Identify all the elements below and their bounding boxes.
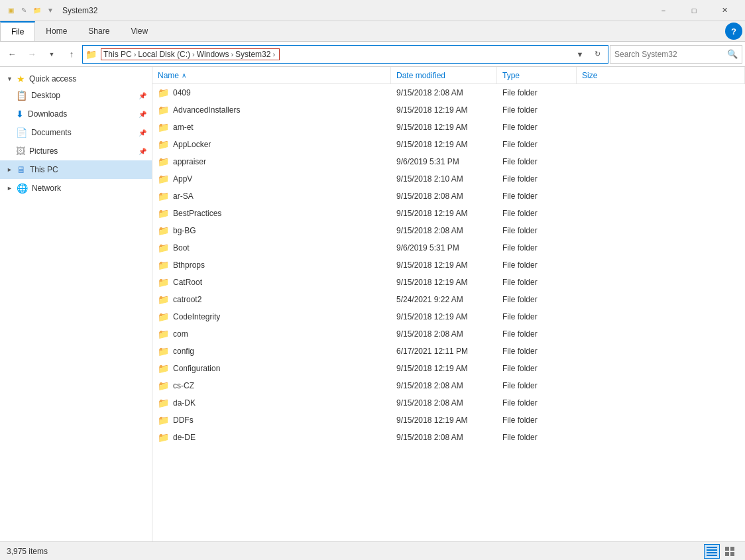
file-date-cell: 9/15/2018 12:19 AM <box>391 312 497 321</box>
table-row[interactable]: 📁 Boot 9/6/2019 5:31 PM File folder <box>152 239 745 256</box>
pictures-icon: 🖼 <box>16 146 25 156</box>
window-controls: − □ ✕ <box>648 0 740 21</box>
details-view-icon <box>707 547 717 556</box>
file-name-cell: 📁 AdvancedInstallers <box>152 105 391 115</box>
file-type-cell: File folder <box>497 157 577 166</box>
table-row[interactable]: 📁 de-DE 9/15/2018 2:08 AM File folder <box>152 429 745 446</box>
svg-rect-0 <box>707 547 717 548</box>
table-row[interactable]: 📁 BestPractices 9/15/2018 12:19 AM File … <box>152 205 745 222</box>
file-name-text: DDFs <box>173 416 194 425</box>
sidebar-item-pictures[interactable]: 🖼 Pictures 📌 <box>0 142 152 160</box>
breadcrumb-windows[interactable]: Windows <box>197 50 229 59</box>
file-name-text: ar-SA <box>173 192 194 201</box>
sidebar-desktop-label: Desktop <box>31 91 60 100</box>
quick-access-header[interactable]: ▼ ★ Quick access <box>0 70 152 86</box>
table-row[interactable]: 📁 Configuration 9/15/2018 12:19 AM File … <box>152 360 745 377</box>
ribbon-tabs: File Home Share View ? <box>0 21 745 41</box>
tab-share[interactable]: Share <box>78 21 120 41</box>
file-name-cell: 📁 AppLocker <box>152 139 391 150</box>
file-name-text: AdvancedInstallers <box>173 105 240 115</box>
address-dropdown-button[interactable]: ▼ <box>572 46 588 62</box>
col-header-type[interactable]: Type <box>497 67 577 84</box>
file-name-text: de-DE <box>173 433 196 442</box>
back-button[interactable]: ← <box>3 45 21 64</box>
sidebar-item-thispc[interactable]: ► 🖥 This PC <box>0 160 152 179</box>
details-view-button[interactable] <box>704 544 720 559</box>
table-row[interactable]: 📁 catroot2 5/24/2021 9:22 AM File folder <box>152 291 745 308</box>
file-name-cell: 📁 bg-BG <box>152 225 391 236</box>
star-icon: ★ <box>17 74 25 84</box>
large-icons-view-button[interactable] <box>722 544 738 559</box>
folder-icon: 📁 <box>158 105 169 115</box>
table-row[interactable]: 📁 AppLocker 9/15/2018 12:19 AM File fold… <box>152 136 745 153</box>
folder-icon: 📁 <box>158 87 169 98</box>
file-name-cell: 📁 cs-CZ <box>152 380 391 391</box>
file-name-cell: 📁 ar-SA <box>152 191 391 201</box>
table-row[interactable]: 📁 AdvancedInstallers 9/15/2018 12:19 AM … <box>152 101 745 119</box>
pin-icon-downloads: 📌 <box>139 111 146 118</box>
table-row[interactable]: 📁 CodeIntegrity 9/15/2018 12:19 AM File … <box>152 308 745 325</box>
search-icon: 🔍 <box>727 49 738 59</box>
col-header-date[interactable]: Date modified <box>391 67 497 84</box>
col-header-size[interactable]: Size <box>577 67 745 84</box>
file-name-cell: 📁 DDFs <box>152 415 391 425</box>
folder-icon: 📁 <box>158 243 169 253</box>
maximize-button[interactable]: □ <box>679 0 709 21</box>
tab-view[interactable]: View <box>120 21 158 41</box>
file-name-text: cs-CZ <box>173 381 194 390</box>
file-name-cell: 📁 appraiser <box>152 156 391 167</box>
search-box[interactable]: 🔍 <box>610 45 742 64</box>
file-name-cell: 📁 CatRoot <box>152 277 391 288</box>
folder-icon: 📁 <box>158 311 169 322</box>
file-date-cell: 9/15/2018 12:19 AM <box>391 364 497 373</box>
tab-home[interactable]: Home <box>35 21 78 41</box>
table-row[interactable]: 📁 0409 9/15/2018 2:08 AM File folder <box>152 84 745 101</box>
table-row[interactable]: 📁 com 9/15/2018 2:08 AM File folder <box>152 325 745 343</box>
breadcrumb-localcdisk[interactable]: Local Disk (C:) <box>138 50 190 59</box>
forward-button[interactable]: → <box>23 45 41 64</box>
file-name-cell: 📁 Bthprops <box>152 260 391 270</box>
sidebar-item-documents[interactable]: 📄 Documents 📌 <box>0 123 152 142</box>
refresh-button[interactable]: ↻ <box>589 46 605 62</box>
breadcrumb-system32[interactable]: System32 <box>235 50 270 59</box>
table-row[interactable]: 📁 AppV 9/15/2018 2:10 AM File folder <box>152 170 745 188</box>
address-bar[interactable]: 📁 This PC › Local Disk (C:) › Windows › … <box>82 45 608 64</box>
folder-icon: 📁 <box>158 432 169 443</box>
table-row[interactable]: 📁 bg-BG 9/15/2018 2:08 AM File folder <box>152 222 745 239</box>
file-date-cell: 6/17/2021 12:11 PM <box>391 347 497 356</box>
file-type-cell: File folder <box>497 260 577 270</box>
recent-locations-button[interactable]: ▼ <box>42 45 61 64</box>
table-row[interactable]: 📁 Bthprops 9/15/2018 12:19 AM File folde… <box>152 256 745 274</box>
close-button[interactable]: ✕ <box>709 0 740 21</box>
table-row[interactable]: 📁 DDFs 9/15/2018 12:19 AM File folder <box>152 412 745 429</box>
thispc-icon: 🖥 <box>17 164 26 175</box>
file-name-text: CodeIntegrity <box>173 312 220 321</box>
sidebar-item-desktop[interactable]: 📋 Desktop 📌 <box>0 86 152 105</box>
up-button[interactable]: ↑ <box>62 45 81 64</box>
desktop-icon: 📋 <box>16 90 27 101</box>
tb-icon2: ✎ <box>19 5 29 16</box>
table-row[interactable]: 📁 CatRoot 9/15/2018 12:19 AM File folder <box>152 274 745 291</box>
file-type-cell: File folder <box>497 381 577 390</box>
sidebar-item-network[interactable]: ► 🌐 Network <box>0 179 152 197</box>
table-row[interactable]: 📁 appraiser 9/6/2019 5:31 PM File folder <box>152 153 745 170</box>
table-row[interactable]: 📁 config 6/17/2021 12:11 PM File folder <box>152 343 745 360</box>
col-header-name[interactable]: Name ∧ <box>152 67 391 84</box>
breadcrumb-thispc[interactable]: This PC <box>103 50 132 59</box>
file-type-cell: File folder <box>497 88 577 97</box>
help-button[interactable]: ? <box>725 23 742 40</box>
table-row[interactable]: 📁 cs-CZ 9/15/2018 2:08 AM File folder <box>152 377 745 394</box>
tab-file[interactable]: File <box>0 21 35 41</box>
folder-icon: 📁 <box>158 225 169 236</box>
table-row[interactable]: 📁 am-et 9/15/2018 12:19 AM File folder <box>152 119 745 136</box>
file-name-text: com <box>173 329 188 339</box>
search-input[interactable] <box>614 50 724 59</box>
breadcrumb-sep1: › <box>134 50 137 58</box>
sidebar-item-downloads[interactable]: ⬇ Downloads 📌 <box>0 105 152 123</box>
file-name-text: config <box>173 347 194 356</box>
table-row[interactable]: 📁 da-DK 9/15/2018 2:08 AM File folder <box>152 394 745 412</box>
file-date-cell: 5/24/2021 9:22 AM <box>391 295 497 304</box>
table-row[interactable]: 📁 ar-SA 9/15/2018 2:08 AM File folder <box>152 188 745 205</box>
file-date-cell: 9/15/2018 2:08 AM <box>391 329 497 339</box>
minimize-button[interactable]: − <box>648 0 679 21</box>
